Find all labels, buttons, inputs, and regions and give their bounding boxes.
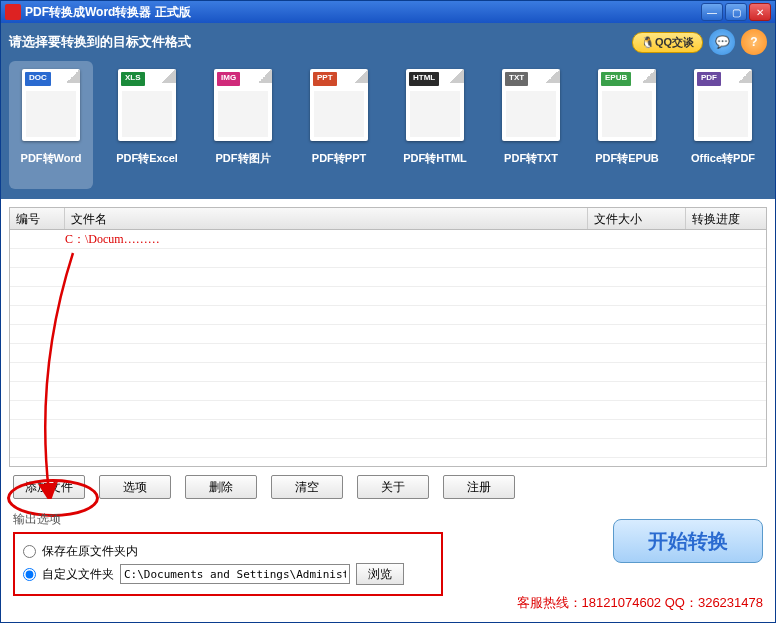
format-item-html[interactable]: HTMLPDF转HTML	[393, 61, 477, 189]
window-controls: — ▢ ✕	[701, 3, 771, 21]
format-thumb: HTML	[406, 69, 464, 141]
format-item-txt[interactable]: TXTPDF转TXT	[489, 61, 573, 189]
format-label: PDF转图片	[216, 151, 271, 166]
format-item-pdf[interactable]: PDFOffice转PDF	[681, 61, 765, 189]
delete-button[interactable]: 删除	[185, 475, 257, 499]
format-thumb: DOC	[22, 69, 80, 141]
format-thumb: IMG	[214, 69, 272, 141]
save-original-radio[interactable]	[23, 545, 36, 558]
list-header: 编号 文件名 文件大小 转换进度	[10, 208, 766, 230]
register-button[interactable]: 注册	[443, 475, 515, 499]
format-thumb: PPT	[310, 69, 368, 141]
col-name[interactable]: 文件名	[65, 208, 588, 229]
clear-button[interactable]: 清空	[271, 475, 343, 499]
feedback-icon[interactable]: 💬	[709, 29, 735, 55]
format-panel: 请选择要转换到的目标文件格式 🐧QQ交谈 💬 ? DOCPDF转WordXLSP…	[1, 23, 775, 199]
format-item-epub[interactable]: EPUBPDF转EPUB	[585, 61, 669, 189]
format-item-img[interactable]: IMGPDF转图片	[201, 61, 285, 189]
format-label: Office转PDF	[691, 151, 755, 166]
format-thumb: EPUB	[598, 69, 656, 141]
output-box: 保存在原文件夹内 自定义文件夹 浏览	[13, 532, 443, 596]
format-item-xls[interactable]: XLSPDF转Excel	[105, 61, 189, 189]
app-icon	[5, 4, 21, 20]
format-item-doc[interactable]: DOCPDF转Word	[9, 61, 93, 189]
format-label: PDF转TXT	[504, 151, 558, 166]
hotline-text: 客服热线：18121074602 QQ：326231478	[517, 594, 763, 612]
path-input[interactable]	[120, 564, 350, 584]
custom-folder-label: 自定义文件夹	[42, 566, 114, 583]
qq-chat-button[interactable]: 🐧QQ交谈	[632, 32, 703, 53]
format-label: PDF转EPUB	[595, 151, 659, 166]
format-thumb: PDF	[694, 69, 752, 141]
list-body[interactable]: C：\Docum………	[10, 230, 766, 466]
format-label: PDF转PPT	[312, 151, 366, 166]
maximize-button[interactable]: ▢	[725, 3, 747, 21]
browse-button[interactable]: 浏览	[356, 563, 404, 585]
close-button[interactable]: ✕	[749, 3, 771, 21]
start-convert-button[interactable]: 开始转换	[613, 519, 763, 563]
help-icon[interactable]: ?	[741, 29, 767, 55]
minimize-button[interactable]: —	[701, 3, 723, 21]
col-progress[interactable]: 转换进度	[686, 208, 766, 229]
options-button[interactable]: 选项	[99, 475, 171, 499]
header-right: 🐧QQ交谈 💬 ?	[632, 29, 767, 55]
format-title: 请选择要转换到的目标文件格式	[9, 33, 191, 51]
list-row[interactable]: C：\Docum………	[10, 230, 766, 249]
save-original-option[interactable]: 保存在原文件夹内	[23, 543, 433, 560]
format-thumb: TXT	[502, 69, 560, 141]
format-label: PDF转Word	[21, 151, 82, 166]
custom-folder-option[interactable]: 自定义文件夹 浏览	[23, 563, 433, 585]
about-button[interactable]: 关于	[357, 475, 429, 499]
app-window: PDF转换成Word转换器 正式版 — ▢ ✕ 请选择要转换到的目标文件格式 🐧…	[0, 0, 776, 623]
col-num[interactable]: 编号	[10, 208, 65, 229]
titlebar: PDF转换成Word转换器 正式版 — ▢ ✕	[1, 1, 775, 23]
format-label: PDF转HTML	[403, 151, 467, 166]
format-item-ppt[interactable]: PPTPDF转PPT	[297, 61, 381, 189]
add-file-button[interactable]: 添加文件	[13, 475, 85, 499]
action-buttons: 添加文件 选项 删除 清空 关于 注册	[1, 475, 775, 499]
save-original-label: 保存在原文件夹内	[42, 543, 138, 560]
format-label: PDF转Excel	[116, 151, 178, 166]
format-thumb: XLS	[118, 69, 176, 141]
file-path-cell: C：\Docum………	[65, 231, 588, 248]
format-grid: DOCPDF转WordXLSPDF转ExcelIMGPDF转图片PPTPDF转P…	[9, 61, 767, 189]
titlebar-text: PDF转换成Word转换器 正式版	[25, 4, 701, 21]
custom-folder-radio[interactable]	[23, 568, 36, 581]
file-list: 编号 文件名 文件大小 转换进度 C：\Docum………	[9, 207, 767, 467]
format-header: 请选择要转换到的目标文件格式 🐧QQ交谈 💬 ?	[9, 29, 767, 55]
col-size[interactable]: 文件大小	[588, 208, 686, 229]
